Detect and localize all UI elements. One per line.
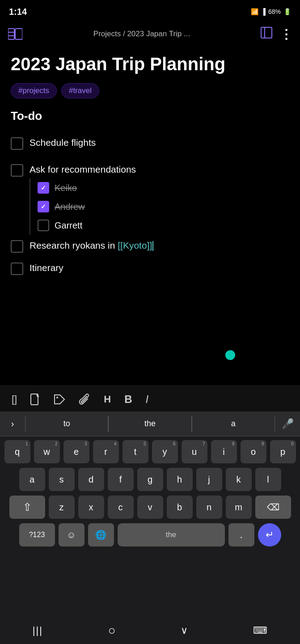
autocomplete-expand-button[interactable]: ›: [0, 411, 25, 436]
key-j[interactable]: j: [196, 468, 222, 491]
signal-icon: ▐: [261, 8, 266, 15]
todo-item-schedule-flights: Schedule flights: [11, 132, 289, 154]
toolbar-page-button[interactable]: [26, 391, 45, 408]
key-i[interactable]: 8i: [211, 440, 237, 463]
key-e[interactable]: 3e: [63, 440, 89, 463]
shift-key[interactable]: ⇧: [9, 496, 45, 519]
numbers-key[interactable]: ?123: [19, 523, 55, 547]
checkbox-research-ryokans[interactable]: [11, 240, 23, 253]
period-key[interactable]: .: [228, 523, 254, 547]
key-d[interactable]: d: [78, 468, 104, 491]
back-button[interactable]: |||: [33, 625, 43, 636]
autocomplete-word-a[interactable]: a: [192, 416, 275, 432]
sub-item-garrett: Garrett: [38, 216, 85, 235]
sidebar-toggle-button[interactable]: [7, 26, 23, 42]
key-row-2: a s d f g h j k l: [2, 468, 298, 491]
key-l[interactable]: l: [255, 468, 281, 491]
enter-key[interactable]: ↵: [258, 523, 281, 547]
globe-key[interactable]: 🌐: [88, 523, 114, 547]
sub-text-garrett: Garrett: [55, 220, 82, 231]
key-f[interactable]: f: [108, 468, 134, 491]
todo-text-itinerary: Itinerary: [30, 262, 63, 274]
emoji-key[interactable]: ☺: [59, 523, 85, 547]
key-t[interactable]: 5t: [123, 440, 148, 463]
status-icons: 📶 ▐ 68% 🔋: [251, 8, 291, 15]
key-g[interactable]: g: [137, 468, 163, 491]
key-v[interactable]: v: [137, 496, 163, 519]
page-title: 2023 Japan Trip Planning: [11, 54, 289, 74]
sub-item-andrew: Andrew: [38, 197, 85, 216]
sub-text-keiko: Keiko: [55, 183, 77, 193]
key-r[interactable]: 4r: [93, 440, 119, 463]
svg-rect-1: [15, 29, 22, 39]
checkbox-schedule-flights[interactable]: [11, 137, 23, 150]
space-key[interactable]: the: [118, 523, 225, 547]
battery-level: 68%: [268, 8, 281, 15]
nav-right-icons: ⋮: [260, 26, 293, 42]
research-text-before: Research ryokans in: [30, 240, 118, 250]
toolbar-bold-button[interactable]: B: [120, 390, 136, 408]
key-row-3: ⇧ z x c v b n m ⌫: [2, 496, 298, 519]
toolbar-attach-button[interactable]: [74, 391, 95, 408]
status-time: 1:14: [9, 7, 27, 17]
keyboard: › to the a 🎤 1q 2w 3e 4r 5t 6y 7u 8i 9o …: [0, 411, 300, 644]
backspace-key[interactable]: ⌫: [255, 496, 291, 519]
key-k[interactable]: k: [226, 468, 252, 491]
checkbox-ask-recommendations[interactable]: [11, 164, 23, 177]
key-m[interactable]: m: [226, 496, 252, 519]
key-q[interactable]: 1q: [4, 440, 30, 463]
tag-travel[interactable]: #travel: [61, 83, 99, 98]
tags-container: #projects #travel: [11, 83, 289, 98]
top-nav: Projects / 2023 Japan Trip ... ⋮: [0, 21, 300, 47]
tag-projects[interactable]: #projects: [11, 83, 57, 98]
key-c[interactable]: c: [108, 496, 134, 519]
key-h[interactable]: h: [167, 468, 193, 491]
key-p[interactable]: 0p: [270, 440, 296, 463]
svg-point-7: [56, 397, 58, 398]
section-title: To-do: [11, 109, 289, 123]
svg-rect-0: [8, 29, 14, 39]
key-n[interactable]: n: [196, 496, 222, 519]
sub-item-keiko: Keiko: [38, 178, 85, 197]
todo-text-research-ryokans: Research ryokans in [[Kyoto]]: [30, 239, 153, 252]
checkbox-garrett[interactable]: [38, 220, 49, 231]
key-a[interactable]: a: [19, 468, 45, 491]
sub-items-container: Keiko Andrew Garrett: [30, 178, 85, 235]
key-u[interactable]: 7u: [182, 440, 207, 463]
todo-text-schedule-flights: Schedule flights: [30, 136, 96, 149]
key-row-4: ?123 ☺ 🌐 the . ↵: [2, 523, 298, 547]
toolbar-heading-button[interactable]: H: [99, 391, 115, 408]
toolbar-tag-button[interactable]: [49, 391, 70, 407]
key-x[interactable]: x: [78, 496, 104, 519]
autocomplete-word-the[interactable]: the: [108, 416, 191, 432]
book-icon[interactable]: [260, 26, 273, 42]
more-options-icon[interactable]: ⋮: [280, 27, 293, 42]
checkbox-keiko[interactable]: [38, 182, 49, 194]
autocomplete-bar: › to the a 🎤: [0, 411, 300, 436]
key-y[interactable]: 6y: [152, 440, 178, 463]
toolbar-italic-button[interactable]: I: [141, 390, 153, 408]
sub-text-andrew: Andrew: [55, 202, 85, 212]
autocomplete-words: to the a: [25, 416, 275, 432]
format-toolbar: [] H B I: [0, 386, 300, 412]
wiki-link-kyoto[interactable]: [[Kyoto]]: [118, 240, 152, 250]
keyboard-hide-button[interactable]: ⌨: [253, 625, 267, 636]
key-row-1: 1q 2w 3e 4r 5t 6y 7u 8i 9o 0p: [2, 440, 298, 463]
todo-item-research-ryokans: Research ryokans in [[Kyoto]]: [11, 235, 289, 257]
checkbox-itinerary[interactable]: [11, 263, 23, 275]
mic-button[interactable]: 🎤: [275, 411, 300, 436]
wifi-icon: 📶: [251, 8, 258, 15]
key-s[interactable]: s: [49, 468, 75, 491]
checkbox-andrew[interactable]: [38, 201, 49, 212]
key-z[interactable]: z: [49, 496, 75, 519]
key-b[interactable]: b: [167, 496, 193, 519]
key-w[interactable]: 2w: [34, 440, 60, 463]
key-rows: 1q 2w 3e 4r 5t 6y 7u 8i 9o 0p a s d f g …: [0, 436, 300, 547]
toolbar-bracket-button[interactable]: []: [7, 391, 21, 408]
recents-button[interactable]: ∨: [181, 625, 188, 636]
home-button[interactable]: ○: [108, 623, 116, 638]
key-o[interactable]: 9o: [241, 440, 266, 463]
battery-icon: 🔋: [283, 8, 291, 15]
svg-rect-4: [261, 27, 272, 38]
autocomplete-word-to[interactable]: to: [25, 416, 108, 432]
